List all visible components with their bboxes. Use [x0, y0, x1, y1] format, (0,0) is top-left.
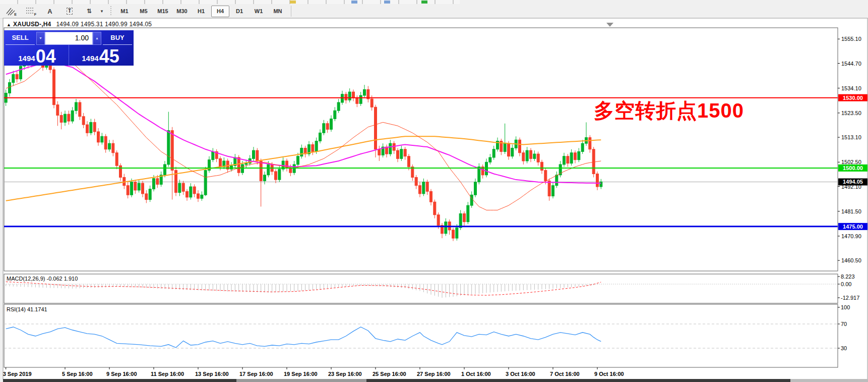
svg-text:0.00: 0.00 — [841, 281, 851, 287]
buy-button[interactable]: BUY — [103, 32, 132, 45]
svg-text:23 Sep 16:00: 23 Sep 16:00 — [328, 371, 362, 377]
rsi-label: RSI(14) 41.1741 — [7, 306, 47, 312]
sell-price-big: 04 — [36, 48, 56, 65]
svg-text:5 Sep 16:00: 5 Sep 16:00 — [62, 371, 93, 377]
svg-text:1555.10: 1555.10 — [841, 36, 861, 42]
svg-text:1 Oct 16:00: 1 Oct 16:00 — [461, 371, 491, 377]
svg-text:27 Sep 16:00: 27 Sep 16:00 — [417, 371, 451, 377]
buy-price-big: 45 — [99, 48, 119, 65]
sell-price[interactable]: 1494 04 — [6, 45, 69, 66]
svg-text:1513.10: 1513.10 — [841, 134, 861, 140]
svg-text:25 Sep 16:00: 25 Sep 16:00 — [373, 371, 406, 377]
svg-text:13 Sep 16:00: 13 Sep 16:00 — [195, 371, 229, 377]
svg-text:70: 70 — [841, 321, 847, 327]
svg-text:19 Sep 16:00: 19 Sep 16:00 — [284, 371, 318, 377]
horizontal-scrollbar[interactable] — [3, 379, 868, 382]
volume-input[interactable]: 1.00 — [45, 32, 93, 45]
svg-text:1544.70: 1544.70 — [841, 61, 861, 67]
one-click-trading-panel: SELL ▼ 1.00 ▲ BUY 1494 04 1494 45 — [4, 30, 134, 66]
symbol-name: XAUUSD-,H4 — [13, 21, 51, 28]
svg-text:1500.00: 1500.00 — [843, 165, 863, 171]
svg-text:1481.50: 1481.50 — [841, 208, 861, 214]
svg-text:3 Sep 2019: 3 Sep 2019 — [3, 371, 32, 377]
collapse-triangle-icon[interactable]: ▲ — [7, 22, 11, 27]
ohlc-values: 1494.09 1495.31 1490.99 1494.05 — [56, 21, 152, 28]
svg-text:30: 30 — [841, 345, 847, 351]
svg-text:1530.00: 1530.00 — [843, 95, 863, 101]
volume-up-icon[interactable]: ▲ — [93, 32, 101, 45]
svg-text:11 Sep 16:00: 11 Sep 16:00 — [151, 371, 184, 377]
svg-text:3 Oct 16:00: 3 Oct 16:00 — [506, 371, 535, 377]
svg-text:1460.50: 1460.50 — [841, 257, 861, 263]
svg-text:100: 100 — [841, 304, 850, 310]
svg-text:1523.50: 1523.50 — [841, 110, 861, 116]
svg-text:1534.10: 1534.10 — [841, 85, 861, 91]
svg-text:1492.10: 1492.10 — [841, 184, 861, 190]
sell-price-small: 1494 — [18, 54, 35, 63]
sell-button[interactable]: SELL — [6, 32, 35, 45]
symbol-ohlc-bar: ▲XAUUSD-,H41494.09 1495.31 1490.99 1494.… — [7, 21, 152, 28]
svg-text:1470.90: 1470.90 — [841, 233, 861, 239]
svg-text:-12.917: -12.917 — [841, 295, 859, 301]
svg-text:7 Oct 16:00: 7 Oct 16:00 — [550, 371, 580, 377]
svg-text:1502.50: 1502.50 — [841, 159, 861, 165]
chart-frames — [3, 18, 867, 379]
svg-text:9 Oct 16:00: 9 Oct 16:00 — [594, 371, 624, 377]
volume-down-icon[interactable]: ▼ — [36, 32, 45, 45]
volume-stepper: ▼ 1.00 ▲ — [36, 32, 101, 45]
buy-price-small: 1494 — [82, 54, 98, 63]
svg-text:8.223: 8.223 — [841, 274, 855, 280]
svg-text:17 Sep 16:00: 17 Sep 16:00 — [239, 371, 273, 377]
macd-label: MACD(12,26,9) -0.062 1.910 — [7, 276, 78, 282]
svg-text:9 Sep 16:00: 9 Sep 16:00 — [106, 371, 137, 377]
chart-annotation-text: 多空转折点1500 — [594, 97, 744, 125]
svg-text:1475.00: 1475.00 — [843, 224, 863, 230]
buy-price[interactable]: 1494 45 — [69, 45, 132, 66]
